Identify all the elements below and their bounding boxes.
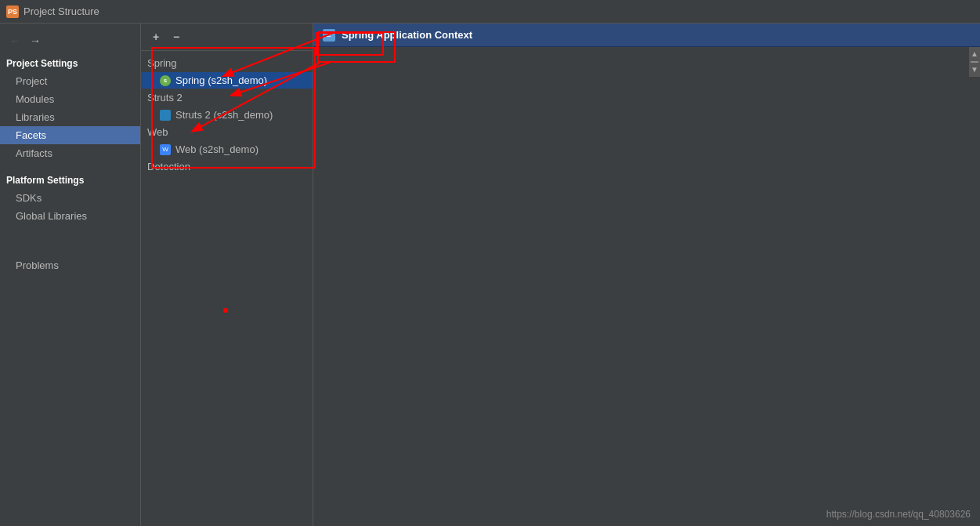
content-header-title: Spring Application Context <box>342 29 472 41</box>
scroll-up-arrow[interactable]: ▲ <box>971 49 978 60</box>
struts-group-header: Struts 2 <box>141 89 313 107</box>
web-icon: W <box>160 144 171 155</box>
project-settings-header: Project Settings <box>0 55 140 72</box>
sidebar-item-libraries[interactable]: Libraries <box>0 108 140 126</box>
spring-facet-item[interactable]: s Spring (s2sh_demo) <box>141 72 313 89</box>
forward-arrow[interactable]: → <box>27 33 44 49</box>
right-scrollbar[interactable]: ▲ ▼ <box>969 47 980 77</box>
content-header-icon: ≡ <box>323 29 335 42</box>
sidebar-item-facets[interactable]: Facets <box>0 126 140 144</box>
spring-group-header: Spring <box>141 54 313 72</box>
platform-settings-header: Platform Settings <box>0 172 140 189</box>
sidebar-item-modules[interactable]: Modules <box>0 90 140 108</box>
struts-facet-item[interactable]: Struts 2 (s2sh_demo) <box>141 107 313 123</box>
struts-icon <box>160 110 171 121</box>
sidebar-item-sdks[interactable]: SDKs <box>0 189 140 207</box>
sidebar-item-problems[interactable]: Problems <box>0 256 140 274</box>
scrollbar-track <box>971 61 978 63</box>
detection-label: Detection <box>141 158 313 176</box>
problems-section: Problems <box>0 256 140 274</box>
window-title: Project Structure <box>24 5 99 17</box>
content-panel: ≡ Spring Application Context <box>313 24 980 526</box>
sidebar: ← → Project Settings Project Modules Lib… <box>0 24 141 526</box>
back-arrow[interactable]: ← <box>6 33 24 49</box>
center-panel: + − Spring s Spring (s2sh_demo) Struts 2… <box>141 24 313 526</box>
center-toolbar: + − <box>141 24 313 51</box>
sidebar-item-artifacts[interactable]: Artifacts <box>0 144 140 162</box>
content-header: ≡ Spring Application Context <box>313 24 980 47</box>
title-bar: PS Project Structure <box>0 0 980 24</box>
web-group-header: Web <box>141 123 313 141</box>
spring-icon: s <box>160 75 171 86</box>
facets-list: Spring s Spring (s2sh_demo) Struts 2 Str… <box>141 51 313 526</box>
watermark: https://blog.csdn.net/qq_40803626 <box>826 509 971 520</box>
sidebar-item-project[interactable]: Project <box>0 72 140 90</box>
web-facet-item[interactable]: W Web (s2sh_demo) <box>141 141 313 158</box>
scroll-down-arrow[interactable]: ▼ <box>971 64 978 75</box>
remove-button[interactable]: − <box>168 28 185 45</box>
nav-arrows: ← → <box>0 30 140 52</box>
sidebar-item-global-libraries[interactable]: Global Libraries <box>0 207 140 225</box>
red-dot <box>223 308 228 313</box>
add-button[interactable]: + <box>147 28 165 45</box>
app-icon: PS <box>6 5 19 18</box>
main-layout: ← → Project Settings Project Modules Lib… <box>0 24 980 526</box>
